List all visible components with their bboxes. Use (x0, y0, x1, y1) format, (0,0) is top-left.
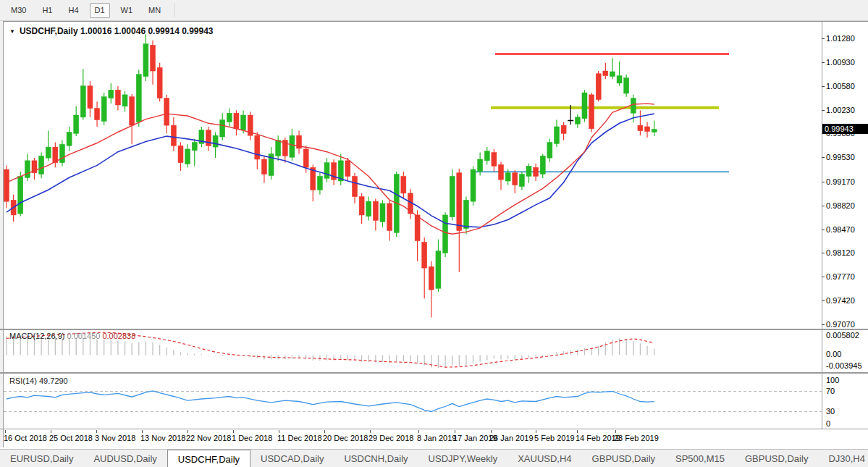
price-axis-label: 0.97420 (826, 296, 855, 306)
date-tick (233, 430, 234, 433)
chart-tab-usdcnh-4[interactable]: USDCNH,Daily (334, 450, 418, 467)
date-axis-label: 5 Feb 2019 (534, 434, 575, 442)
chart-tab-usdchf-2[interactable]: USDCHF,Daily (167, 450, 250, 467)
rsi-axis-label: 0 (826, 419, 830, 429)
price-axis-label: 1.00930 (826, 58, 855, 67)
date-axis-label: 25 Oct 2018 (49, 434, 93, 442)
date-tick (370, 430, 371, 433)
price-axis-label: 0.99530 (826, 153, 855, 162)
date-axis-label: 13 Nov 2018 (140, 434, 185, 442)
price-tick (822, 277, 825, 277)
pane-separator-dates (0, 429, 868, 429)
price-axis-label: 0.98120 (826, 248, 855, 258)
date-tick (324, 430, 325, 433)
rsi-label: RSI(14) 49.7290 (9, 376, 68, 385)
macd-label: MACD(12,26,9) 0.001450 0.002838 (9, 332, 135, 340)
chart-tab-usdjpy-5[interactable]: USDJPY,Weekly (418, 450, 508, 467)
price-axis-border (822, 21, 822, 429)
price-tick (822, 62, 825, 63)
price-tick (822, 86, 825, 87)
price-tick (822, 300, 825, 301)
date-tick (615, 430, 616, 433)
date-axis-label: 22 Nov 2018 (186, 434, 231, 442)
rsi-axis-label: 30 (826, 407, 835, 416)
chart-tab-xauusd-6[interactable]: XAUUSD,H4 (507, 450, 581, 467)
price-axis-label: 1.00230 (826, 106, 855, 115)
date-tick (279, 430, 279, 433)
date-axis-label: 20 Dec 2018 (323, 434, 368, 442)
rsi-value: 49.7290 (39, 376, 68, 385)
chart-tab-eurusd-0[interactable]: EURUSD,Daily (0, 450, 83, 467)
price-tick (822, 157, 825, 158)
chart-title: ▼USDCHF,Daily 1.00016 1.00046 0.99914 0.… (9, 26, 214, 36)
date-axis-label: 8 Jan 2019 (417, 434, 456, 442)
price-axis-label: 0.99170 (826, 177, 855, 187)
date-tick (577, 430, 578, 433)
rsi-axis-label: 100 (826, 376, 839, 385)
date-axis-label: 11 Dec 2018 (277, 434, 322, 442)
chart-tab-dj30-10[interactable]: DJ30,H4 (818, 450, 868, 467)
date-axis-label: 1 Dec 2018 (232, 434, 272, 442)
date-tick (491, 430, 492, 433)
price-axis-label: 0.97770 (826, 272, 855, 282)
macd-axis-label: 0.005802 (826, 331, 859, 340)
pane-separator-rsi[interactable] (0, 372, 868, 374)
mt4-window: M30H1H4D1W1MN ▼USDCHF,Daily 1.00016 1.00… (0, 0, 868, 467)
macd-main-value: 0.001450 (67, 332, 100, 340)
price-axis-label: 0.98820 (826, 201, 855, 211)
rsi-line (7, 391, 654, 412)
chart-symbol: USDCHF,Daily (20, 26, 78, 36)
macd-axis-label: -0.003945 (826, 361, 862, 371)
price-tick (822, 324, 825, 325)
rsi-axis-label: 70 (826, 387, 835, 396)
date-axis-label: 29 Dec 2018 (368, 434, 413, 442)
current-price-box: 0.99943 (822, 124, 868, 134)
price-tick (822, 110, 825, 111)
ohlc-close: 0.99943 (182, 26, 213, 36)
date-axis-label: 3 Nov 2018 (95, 434, 135, 442)
date-tick (187, 430, 188, 433)
ohlc-low: 0.99914 (148, 26, 179, 36)
pane-separator-macd[interactable] (0, 329, 868, 330)
price-axis-label: 0.98470 (826, 225, 855, 235)
date-tick (142, 430, 143, 433)
chart-tab-gbpusd-7[interactable]: GBPUSD,Daily (582, 450, 665, 467)
price-tick (822, 230, 825, 230)
ohlc-open: 1.00016 (80, 26, 111, 36)
symbol-dropdown-icon[interactable]: ▼ (9, 28, 15, 35)
price-tick (822, 253, 825, 253)
date-axis-label: 16 Oct 2018 (4, 434, 47, 442)
macd-axis-label: 0.00 (826, 350, 841, 359)
chart-tab-gbpusd-9[interactable]: GBPUSD,Daily (735, 450, 818, 467)
chart-tab-usdcad-3[interactable]: USDCAD,Daily (250, 450, 334, 467)
date-axis-label: 23 Feb 2019 (614, 434, 659, 442)
price-tick (822, 38, 825, 39)
ohlc-high: 1.00046 (114, 26, 146, 36)
chart-tab-audusd-1[interactable]: AUDUSD,Daily (83, 450, 167, 467)
price-axis-label: 1.00580 (826, 82, 855, 91)
price-tick (822, 206, 825, 206)
chart-tabs-bar: EURUSD,DailyAUDUSD,DailyUSDCHF,DailyUSDC… (0, 449, 868, 467)
date-tick (455, 430, 455, 433)
date-tick (5, 430, 6, 433)
price-axis-label: 1.01280 (826, 34, 855, 43)
chart-tab-sp500-8[interactable]: SP500,M15 (665, 450, 735, 467)
date-axis-label: 26 Jan 2019 (489, 434, 534, 442)
date-tick (536, 430, 536, 433)
price-tick (822, 182, 825, 182)
price-axis-label: 0.97070 (826, 320, 855, 329)
date-tick (51, 430, 51, 433)
date-tick (418, 430, 419, 433)
chart-canvas[interactable] (0, 0, 868, 467)
macd-signal-value: 0.002838 (102, 332, 135, 340)
date-tick (96, 430, 97, 433)
